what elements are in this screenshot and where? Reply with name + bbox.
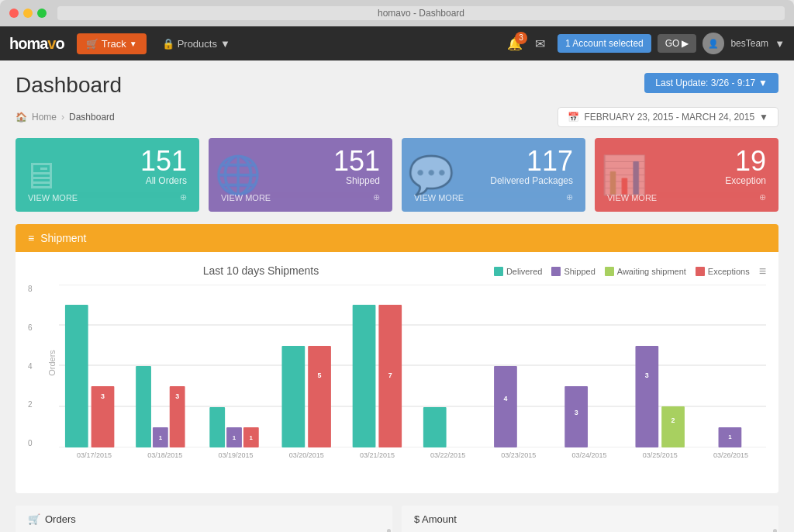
orders-scrollbar[interactable]: [387, 529, 391, 532]
shipment-section: ≡ Shipment Last 10 days Shipments Delive…: [16, 224, 778, 493]
last-update-dropdown-icon: ▼: [758, 78, 768, 88]
legend-exceptions-label: Exceptions: [708, 267, 750, 276]
maximize-button[interactable]: [37, 9, 47, 18]
date-range-button[interactable]: 📅 FEBRUARY 23, 2015 - MARCH 24, 2015 ▼: [558, 107, 778, 127]
bar-2-shipped-label: 1: [233, 434, 236, 441]
go-button[interactable]: GO ▶: [658, 34, 697, 53]
orders-panel-header: 🛒 Orders: [16, 506, 392, 532]
shipment-section-title: Shipment: [40, 232, 86, 244]
all-orders-view-more[interactable]: VIEW MORE: [28, 193, 78, 202]
chart-title: Last 10 days Shipments: [28, 264, 494, 277]
amount-panel-header: $ Amount: [402, 506, 778, 532]
x-label-0322: 03/22/2015: [413, 451, 483, 459]
user-dropdown-icon[interactable]: ▼: [775, 38, 785, 50]
stat-cards: 🖥 151 All Orders VIEW MORE ⊕ 🌐 151 Shipp…: [16, 138, 778, 212]
exception-view-more[interactable]: VIEW MORE: [607, 193, 657, 202]
exception-label: Exception: [607, 175, 766, 186]
date-range-label: FEBRUARY 23, 2015 - MARCH 24, 2015: [584, 112, 754, 123]
y-label-0: 0: [28, 439, 33, 447]
x-label-0323: 03/23/2015: [483, 451, 554, 459]
bar-7-shipped-bottom: 3: [575, 409, 578, 416]
window-title-bar: homavo - Dashboard: [57, 6, 785, 20]
logo: homavo: [9, 35, 64, 53]
track-button[interactable]: 🛒 Track ▼: [77, 33, 147, 54]
bar-5-delivered: [423, 407, 447, 447]
all-orders-arrow-icon: ⊕: [180, 192, 187, 202]
shipped-card: 🌐 151 Shipped VIEW MORE ⊕: [209, 138, 392, 212]
bar-8-shipped-label: 5: [645, 336, 649, 344]
y-label-8: 8: [28, 285, 33, 293]
notification-bell[interactable]: 🔔 3: [507, 36, 523, 51]
products-label: Products: [178, 38, 217, 50]
y-label-2: 2: [28, 400, 33, 409]
bar-2-delivered-label: 2: [216, 397, 219, 405]
bar-6-shipped-bottom-label: 4: [503, 395, 507, 402]
track-dropdown-icon: ▼: [129, 40, 137, 48]
delivered-view-more[interactable]: VIEW MORE: [414, 193, 464, 202]
orders-panel-title: Orders: [45, 513, 76, 525]
bar-2-delivered: [209, 407, 225, 447]
amount-scrollbar[interactable]: [773, 529, 777, 532]
legend-awaiting: Awaiting shipment: [605, 267, 686, 276]
track-label: Track: [102, 38, 126, 50]
last-update-label: Last Update: 3/26 - 9:17: [655, 78, 755, 88]
delivered-footer: VIEW MORE ⊕: [414, 192, 573, 202]
x-label-0317: 03/17/2015: [59, 451, 129, 459]
track-cart-icon: 🛒: [86, 38, 98, 50]
x-label-0319: 03/19/2015: [200, 451, 271, 459]
date-range-dropdown-icon: ▼: [759, 112, 768, 123]
x-axis-labels: 03/17/2015 03/18/2015 03/19/2015 03/20/2…: [59, 451, 766, 459]
bar-5-delivered-label: 2: [433, 397, 437, 405]
chart-menu-icon[interactable]: ≡: [759, 264, 766, 278]
delivered-arrow-icon: ⊕: [566, 192, 573, 202]
orders-cart-icon: 🛒: [28, 513, 40, 525]
shipped-label: Shipped: [221, 175, 380, 186]
x-label-0326: 03/26/2015: [696, 451, 766, 459]
bar-6-shipped-label: 4: [503, 356, 507, 364]
products-dropdown-icon: ▼: [220, 38, 230, 50]
navbar: homavo 🛒 Track ▼ 🔒 Products ▼ 🔔 3 ✉ 1 Ac…: [0, 26, 794, 60]
legend-shipped: Shipped: [551, 267, 595, 276]
y-label-6: 6: [28, 323, 33, 332]
notification-count: 3: [515, 32, 527, 44]
account-label: 1 Account selected: [565, 38, 644, 49]
user-name[interactable]: besTeam: [730, 38, 768, 49]
breadcrumb-home[interactable]: Home: [32, 112, 57, 123]
account-select-button[interactable]: 1 Account selected: [558, 34, 651, 53]
x-label-0318: 03/18/2015: [129, 451, 200, 459]
close-button[interactable]: [9, 9, 19, 18]
exception-arrow-icon: ⊕: [759, 192, 766, 202]
bar-0-delivered-label: 7: [74, 292, 78, 300]
x-label-0325: 03/25/2015: [625, 451, 696, 459]
bar-2-exceptions-label: 1: [250, 434, 254, 441]
home-icon: 🏠: [16, 112, 27, 123]
all-orders-label: All Orders: [28, 175, 187, 186]
legend-shipped-label: Shipped: [564, 267, 595, 276]
all-orders-card: 🖥 151 All Orders VIEW MORE ⊕: [16, 138, 199, 212]
bar-0-exceptions-label: 3: [101, 392, 105, 400]
mail-icon[interactable]: ✉: [535, 36, 545, 51]
minimize-button[interactable]: [23, 9, 33, 18]
y-label-4: 4: [28, 362, 33, 371]
bar-8-awaiting-label: 2: [671, 416, 675, 424]
products-nav-button[interactable]: 🔒 Products ▼: [153, 33, 240, 54]
legend-exceptions: Exceptions: [696, 267, 750, 276]
bar-7-shipped-label: 3: [575, 376, 578, 384]
exception-card: 📊 19 Exception VIEW MORE ⊕: [595, 138, 778, 212]
bar-0-delivered: [65, 305, 88, 447]
amount-panel: $ Amount Total Amount($)/Day: [402, 506, 778, 532]
all-orders-footer: VIEW MORE ⊕: [28, 192, 187, 202]
shipped-view-more[interactable]: VIEW MORE: [221, 193, 271, 202]
breadcrumb-separator: ›: [61, 112, 64, 123]
y-axis: 8 6 4 2 0: [28, 285, 33, 447]
y-axis-title: Orders: [47, 350, 57, 376]
legend-shipped-dot: [551, 267, 561, 276]
breadcrumb-current: Dashboard: [69, 112, 115, 123]
bottom-panels: 🛒 Orders Orders/Day $ Amount Total Amoun…: [16, 506, 778, 532]
shipped-arrow-icon: ⊕: [373, 192, 380, 202]
go-label: GO: [665, 38, 680, 49]
bar-3-exceptions-label: 5: [318, 371, 322, 379]
bar-1-delivered-label: 4: [142, 356, 146, 364]
last-update-button[interactable]: Last Update: 3/26 - 9:17 ▼: [644, 73, 778, 93]
legend-delivered-label: Delivered: [506, 267, 542, 276]
